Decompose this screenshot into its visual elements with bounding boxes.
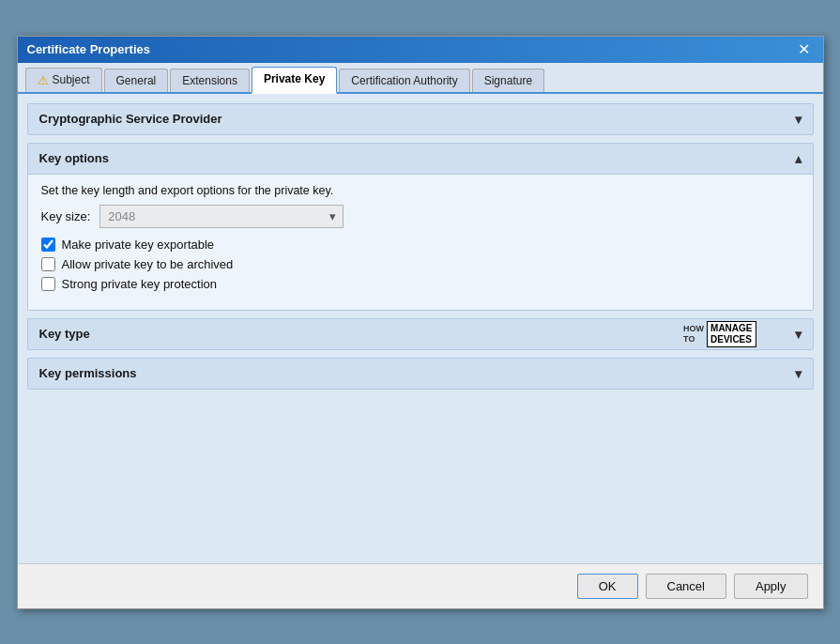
tabs-bar: ⚠ Subject General Extensions Private Key… [18, 63, 823, 94]
key-size-row: Key size: 2048 [41, 205, 800, 228]
cryptographic-section: Cryptographic Service Provider ▾ [27, 103, 814, 135]
archive-label[interactable]: Allow private key to be archived [62, 257, 234, 271]
tab-private-key[interactable]: Private Key [252, 67, 337, 94]
exportable-checkbox[interactable] [41, 238, 55, 252]
key-options-chevron-icon: ▴ [795, 151, 802, 166]
key-permissions-section: Key permissions ▾ [27, 358, 814, 390]
tab-certification-authority[interactable]: Certification Authority [339, 69, 469, 92]
tab-certification-authority-label: Certification Authority [351, 74, 457, 87]
cryptographic-section-title: Cryptographic Service Provider [39, 112, 222, 126]
key-permissions-chevron-icon: ▾ [795, 366, 802, 381]
tab-subject-label: Subject [53, 73, 90, 86]
cancel-button[interactable]: Cancel [646, 574, 726, 599]
key-size-label: Key size: [41, 209, 91, 223]
watermark: HOWTO MANAGEDEVICES [683, 321, 756, 347]
ok-button[interactable]: OK [577, 574, 638, 599]
key-size-select[interactable]: 2048 [99, 205, 344, 228]
footer: OK Cancel Apply [18, 563, 823, 608]
dialog-title: Certificate Properties [27, 42, 151, 56]
protection-label[interactable]: Strong private key protection [62, 277, 217, 291]
tab-content: Cryptographic Service Provider ▾ Key opt… [18, 94, 823, 563]
tab-general-label: General [116, 74, 157, 87]
tab-signature-label: Signature [484, 74, 532, 87]
key-permissions-section-header[interactable]: Key permissions ▾ [28, 359, 813, 389]
key-type-section-title: Key type [39, 327, 90, 341]
watermark-brand: MANAGEDEVICES [707, 321, 756, 347]
key-options-section: Key options ▴ Set the key length and exp… [27, 143, 814, 311]
cryptographic-section-header[interactable]: Cryptographic Service Provider ▾ [28, 104, 813, 134]
tab-extensions[interactable]: Extensions [170, 69, 250, 92]
key-options-section-title: Key options [39, 151, 109, 165]
key-options-description: Set the key length and export options fo… [41, 184, 800, 197]
key-size-select-wrapper: 2048 [99, 205, 344, 228]
exportable-checkbox-row: Make private key exportable [41, 238, 800, 252]
tab-general[interactable]: General [104, 69, 169, 92]
cryptographic-chevron-icon: ▾ [795, 112, 802, 127]
exportable-label[interactable]: Make private key exportable [62, 238, 215, 252]
key-options-section-body: Set the key length and export options fo… [28, 174, 813, 310]
protection-checkbox-row: Strong private key protection [41, 277, 800, 291]
watermark-howto: HOWTO [683, 324, 704, 345]
key-type-chevron-icon: ▾ [795, 327, 802, 342]
tab-signature[interactable]: Signature [472, 69, 544, 92]
tab-extensions-label: Extensions [182, 74, 237, 87]
key-type-section: Key type ▾ HOWTO MANAGEDEVICES [27, 318, 814, 350]
certificate-properties-dialog: Certificate Properties ✕ ⚠ Subject Gener… [17, 36, 824, 609]
tab-private-key-label: Private Key [264, 72, 325, 85]
archive-checkbox-row: Allow private key to be archived [41, 257, 800, 271]
key-options-section-header[interactable]: Key options ▴ [28, 144, 813, 174]
title-bar: Certificate Properties ✕ [18, 37, 823, 63]
key-permissions-section-title: Key permissions [39, 366, 137, 380]
protection-checkbox[interactable] [41, 277, 55, 291]
warning-icon: ⚠ [38, 73, 49, 87]
apply-button[interactable]: Apply [734, 574, 808, 599]
tab-subject[interactable]: ⚠ Subject [25, 68, 102, 92]
archive-checkbox[interactable] [41, 257, 55, 271]
close-button[interactable]: ✕ [794, 42, 814, 57]
